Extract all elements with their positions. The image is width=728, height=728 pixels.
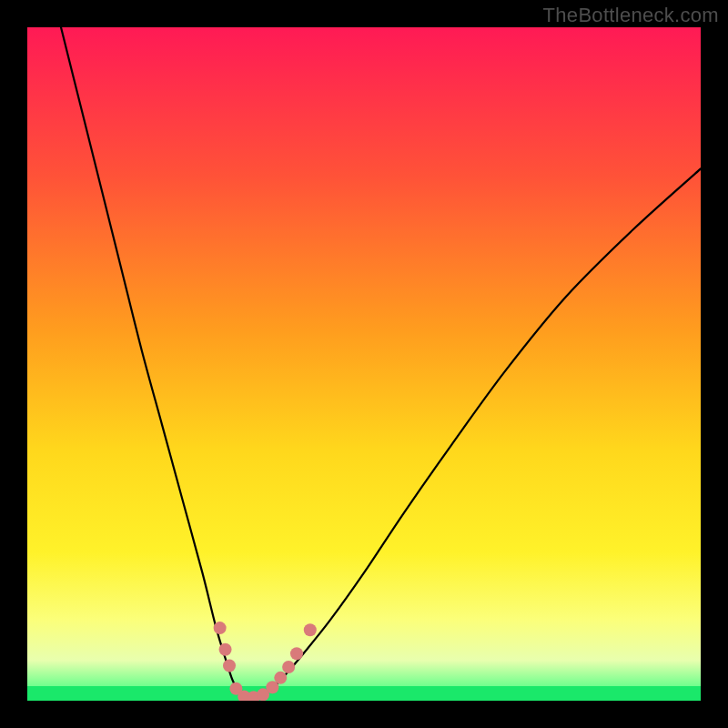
heat-gradient-background	[27, 27, 701, 701]
watermark-text: TheBottleneck.com	[543, 4, 719, 27]
chart-stage: TheBottleneck.com	[0, 0, 728, 728]
safe-zone-strip	[27, 686, 701, 701]
plot-area	[27, 27, 701, 701]
